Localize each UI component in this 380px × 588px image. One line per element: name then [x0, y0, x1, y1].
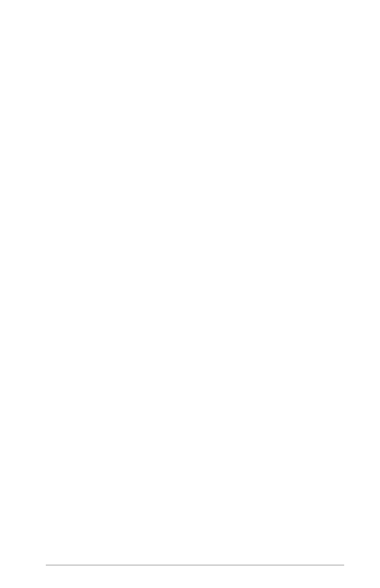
- page-footer: [46, 565, 344, 576]
- page: [0, 0, 380, 588]
